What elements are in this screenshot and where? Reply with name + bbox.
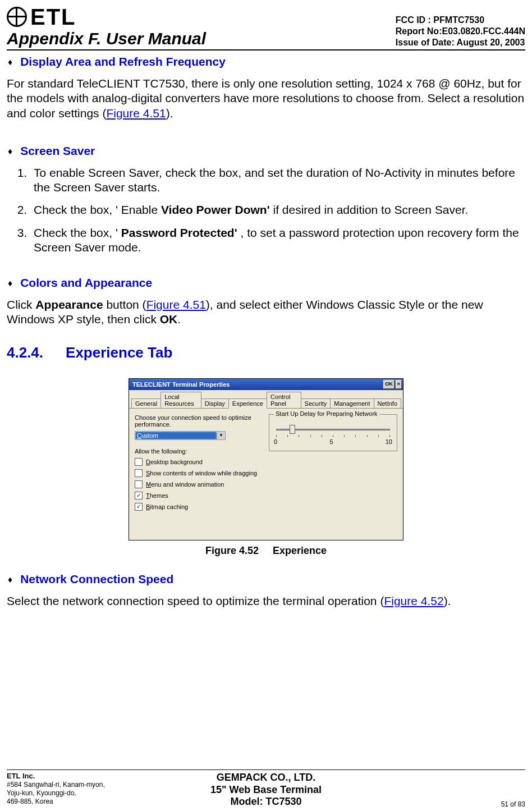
fcc-id: FCC ID : PFMTC7530 (396, 15, 525, 26)
section-display-area: ♦ Display Area and Refresh Frequency (7, 55, 525, 70)
step-3: Check the box, ' Password Protected' , t… (30, 226, 525, 255)
startup-delay-slider[interactable] (276, 424, 390, 435)
option-label: Bitmap caching (146, 503, 188, 510)
logo: ETL (7, 6, 206, 28)
header-meta: FCC ID : PFMTC7530 Report No:E03.0820.FC… (396, 15, 525, 48)
slider-ticks (276, 435, 390, 437)
option-menu-and-window-animation[interactable]: Menu and window animation (135, 480, 263, 488)
dialog-experience: TELECLIENT Terminal Properties OK × Gene… (129, 378, 403, 540)
option-label: Menu and window animation (146, 481, 224, 488)
section-screen-saver: ♦ Screen Saver (7, 144, 525, 159)
tab-security[interactable]: Security (301, 398, 331, 408)
option-label: Themes (146, 492, 168, 499)
tab-management[interactable]: Management (330, 398, 374, 408)
connection-speed-dropdown[interactable]: Custom ▼ (135, 431, 226, 440)
option-show-contents-of-window-while-dragging[interactable]: Show contents of window while dragging (135, 469, 263, 477)
section-title: Display Area and Refresh Frequency (20, 55, 226, 68)
checkbox-icon[interactable] (135, 458, 143, 466)
tab-local-resources[interactable]: Local Resources (160, 392, 201, 408)
tab-experience[interactable]: Experience (228, 398, 267, 409)
section-network-speed: ♦ Network Connection Speed (7, 572, 525, 587)
footer-center: GEMPACK CO., LTD. 15" Web Base Terminal … (180, 772, 352, 808)
heading-experience-tab: 4.2.4.Experience Tab (7, 344, 525, 361)
section-title: Network Connection Speed (20, 572, 173, 586)
page-header: ETL Appendix F. User Manual FCC ID : PFM… (7, 6, 525, 51)
figure-link-4-52[interactable]: Figure 4.52 (384, 594, 443, 607)
dialog-titlebar[interactable]: TELECLIENT Terminal Properties OK × (129, 379, 403, 390)
tab-netinfo[interactable]: NetInfo (374, 398, 401, 408)
option-bitmap-caching[interactable]: ✓Bitmap caching (135, 503, 263, 511)
diamond-icon: ♦ (8, 276, 12, 291)
slider-thumb[interactable] (290, 425, 295, 434)
slider-scale: 0 5 10 (274, 438, 392, 445)
diamond-icon: ♦ (8, 144, 12, 159)
display-area-paragraph: For standard TeleCLIENT TC7530, there is… (7, 76, 525, 121)
startup-delay-fieldset: Start Up Delay for Preparing Network 0 5… (269, 414, 397, 451)
report-no: Report No:E03.0820.FCC.444N (396, 26, 525, 37)
fieldset-legend: Start Up Delay for Preparing Network (274, 410, 379, 417)
section-title: Screen Saver (20, 144, 95, 158)
page-footer: ETL Inc. #584 Sangwhal-ri, Kanam-myon, Y… (7, 769, 525, 808)
page-number: 51 of 83 (352, 800, 525, 808)
checkbox-icon[interactable]: ✓ (135, 492, 143, 500)
logo-text: ETL (30, 6, 76, 28)
close-button[interactable]: × (396, 380, 402, 389)
figure-caption: Figure 4.52 Experience (7, 545, 525, 557)
screen-saver-steps: To enable Screen Saver, check the box, a… (7, 166, 525, 255)
diamond-icon: ♦ (8, 572, 12, 587)
checkbox-icon[interactable]: ✓ (135, 503, 143, 511)
tab-general[interactable]: General (131, 398, 161, 408)
checkbox-icon[interactable] (135, 469, 143, 477)
figure-link-4-51[interactable]: Figure 4.51 (106, 107, 166, 120)
connection-speed-prompt: Choose your connection speed to optimize… (135, 414, 263, 428)
chevron-down-icon[interactable]: ▼ (217, 432, 225, 439)
section-colors: ♦ Colors and Appearance (7, 276, 525, 291)
tab-display[interactable]: Display (201, 398, 229, 408)
option-label: Show contents of window while dragging (146, 470, 257, 476)
issue-date: Issue of Date: August 20, 2003 (396, 37, 525, 48)
checkbox-icon[interactable] (135, 480, 143, 488)
ok-button[interactable]: OK (383, 380, 395, 389)
figure-link-4-51[interactable]: Figure 4.51 (146, 298, 206, 311)
dialog-title-text: TELECLIENT Terminal Properties (132, 381, 230, 388)
globe-icon (7, 7, 27, 27)
dialog-tabs: GeneralLocal ResourcesDisplayExperienceC… (129, 390, 403, 409)
option-themes[interactable]: ✓Themes (135, 492, 263, 500)
option-desktop-background[interactable]: Desktop background (135, 458, 263, 466)
footer-address: ETL Inc. #584 Sangwhal-ri, Kanam-myon, Y… (7, 772, 180, 806)
network-paragraph: Select the network connection speed to o… (7, 594, 525, 608)
appendix-title: Appendix F. User Manual (7, 29, 206, 48)
section-title: Colors and Appearance (20, 276, 152, 290)
dropdown-value: Custom (135, 432, 217, 439)
step-1: To enable Screen Saver, check the box, a… (30, 166, 525, 195)
step-2: Check the box, ' Enable Video Power Down… (30, 203, 525, 217)
colors-paragraph: Click Appearance button (Figure 4.51), a… (7, 297, 525, 327)
option-label: Desktop background (146, 459, 203, 465)
allow-label: Allow the following: (135, 448, 263, 455)
tab-control-panel[interactable]: Control Panel (267, 392, 301, 408)
diamond-icon: ♦ (8, 55, 12, 70)
